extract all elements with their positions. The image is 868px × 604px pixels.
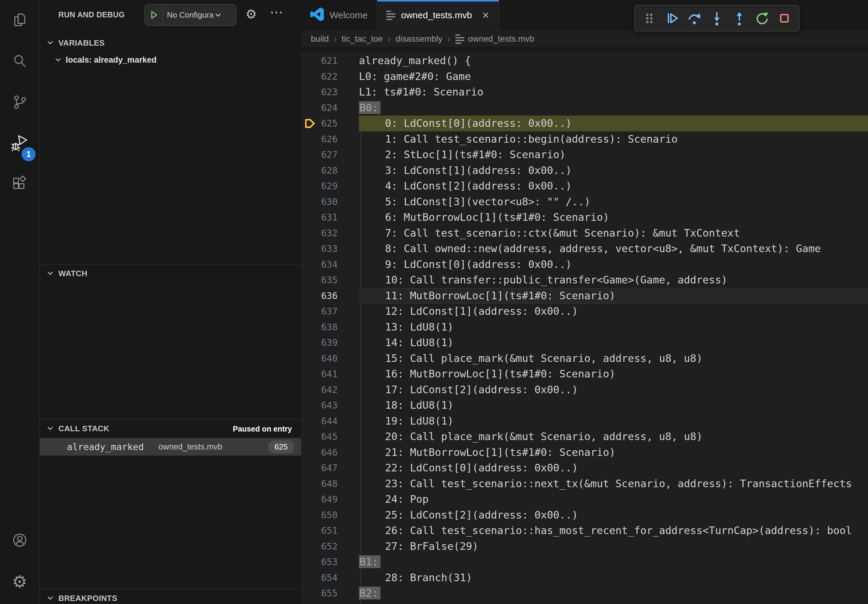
breadcrumb-item[interactable]: build [311,34,329,44]
code-text[interactable]: 8: Call owned::new(address, address, vec… [359,241,868,257]
editor-gutter[interactable]: 629 [301,178,359,194]
editor-gutter[interactable]: 646 [301,444,359,460]
code-text[interactable]: 0: LdConst[0](address: 0x00..) [359,116,868,132]
code-text[interactable]: 13: LdU8(1) [359,319,868,335]
code-line-638[interactable]: 63813: LdU8(1) [301,319,868,335]
code-text[interactable]: 9: LdConst[0](address: 0x00..) [359,257,868,273]
editor-gutter[interactable]: 649 [301,491,359,507]
editor-gutter[interactable]: 647 [301,460,359,476]
sidebar-item-source-control[interactable] [0,82,39,123]
code-text[interactable]: 10: Call transfer::public_transfer<Game>… [359,272,868,288]
code-line-632[interactable]: 6327: Call test_scenario::ctx(&mut Scena… [301,225,868,241]
code-text[interactable]: 15: Call place_mark(&mut Scenario, addre… [359,351,868,367]
more-actions-icon[interactable]: ⋯ [270,4,284,20]
account-button[interactable] [0,520,39,561]
step-over-button[interactable] [685,9,704,28]
editor-gutter[interactable]: 648 [301,476,359,492]
editor-gutter[interactable]: 639 [301,335,359,351]
editor-gutter[interactable]: 645 [301,429,359,444]
editor-gutter[interactable]: 630 [301,194,359,210]
code-line-654[interactable]: 65428: Branch(31) [301,570,868,586]
code-text[interactable]: B1: [359,554,868,570]
code-line-642[interactable]: 64217: LdConst[2](address: 0x00..) [301,382,868,398]
code-line-625[interactable]: 6250: LdConst[0](address: 0x00..) [301,116,868,132]
code-text[interactable]: 25: LdConst[2](address: 0x00..) [359,507,868,523]
code-line-630[interactable]: 6305: LdConst[3](vector<u8>: "" /..) [301,194,868,210]
tab-welcome[interactable]: Welcome [301,0,377,30]
code-line-633[interactable]: 6338: Call owned::new(address, address, … [301,241,868,257]
code-text[interactable]: 18: LdU8(1) [359,398,868,413]
sidebar-item-explorer[interactable] [0,0,39,41]
code-line-645[interactable]: 64520: Call place_mark(&mut Scenario, ad… [301,429,868,444]
code-text[interactable]: 28: Branch(31) [359,570,868,586]
editor-gutter[interactable]: 627 [301,147,359,163]
editor-gutter[interactable]: 635 [301,272,359,288]
breakpoints-header[interactable]: BREAKPOINTS [40,589,301,604]
editor-gutter[interactable]: 641 [301,366,359,382]
step-into-button[interactable] [707,9,727,28]
code-line-647[interactable]: 64722: LdConst[0](address: 0x00..) [301,460,868,476]
code-line-640[interactable]: 64015: Call place_mark(&mut Scenario, ad… [301,351,868,367]
editor-gutter[interactable]: 626 [301,132,359,147]
code-text[interactable]: 26: Call test_scenario::has_most_recent_… [359,523,868,539]
breadcrumb-item[interactable]: disassembly [396,34,443,44]
editor-gutter[interactable]: 628 [301,163,359,178]
code-text[interactable]: 24: Pop [359,491,868,507]
sidebar-item-search[interactable] [0,41,39,82]
code-text[interactable]: L0: game#2#0: Game [359,69,868,85]
code-line-637[interactable]: 63712: LdConst[1](address: 0x00..) [301,304,868,319]
code-text[interactable]: 11: MutBorrowLoc[1](ts#1#0: Scenario) [359,288,868,304]
editor-gutter[interactable]: 624 [301,100,359,116]
code-editor[interactable]: 621already_marked() {622L0: game#2#0: Ga… [301,48,868,604]
code-line-650[interactable]: 65025: LdConst[2](address: 0x00..) [301,507,868,523]
sidebar-item-extensions[interactable] [0,164,39,205]
close-icon[interactable] [482,11,490,19]
code-line-651[interactable]: 65126: Call test_scenario::has_most_rece… [301,523,868,539]
debug-config-dropdown[interactable]: No Configura [144,4,236,26]
editor-gutter[interactable]: 653 [301,554,359,570]
code-line-628[interactable]: 6283: LdConst[1](address: 0x00..) [301,163,868,178]
call-stack-frame[interactable]: already_marked owned_tests.mvb 625 [40,438,301,455]
code-text[interactable]: 21: MutBorrowLoc[1](ts#1#0: Scenario) [359,444,868,460]
variables-locals-row[interactable]: locals: already_marked [40,52,301,68]
code-text[interactable]: 5: LdConst[3](vector<u8>: "" /..) [359,194,868,210]
editor-gutter[interactable]: 652 [301,539,359,554]
start-debug-icon[interactable] [145,5,163,25]
editor-gutter[interactable]: 622 [301,69,359,85]
code-text[interactable]: 16: MutBorrowLoc[1](ts#1#0: Scenario) [359,366,868,382]
code-text[interactable]: B2: [359,585,868,601]
code-line-646[interactable]: 64621: MutBorrowLoc[1](ts#1#0: Scenario) [301,444,868,460]
code-line-629[interactable]: 6294: LdConst[2](address: 0x00..) [301,178,868,194]
code-line-634[interactable]: 6349: LdConst[0](address: 0x00..) [301,257,868,273]
code-text[interactable]: already_marked() { [359,53,868,69]
code-text[interactable]: 14: LdU8(1) [359,335,868,351]
code-text[interactable]: 19: LdU8(1) [359,413,868,429]
code-text[interactable]: L1: ts#1#0: Scenario [359,84,868,100]
editor-gutter[interactable]: 633 [301,241,359,257]
breadcrumb-item[interactable]: owned_tests.mvb [455,34,534,44]
code-line-652[interactable]: 65227: BrFalse(29) [301,539,868,554]
editor-gutter[interactable]: 644 [301,413,359,429]
editor-gutter[interactable]: 634 [301,257,359,273]
sidebar-item-run-and-debug[interactable]: 1 [0,123,39,164]
code-line-623[interactable]: 623L1: ts#1#0: Scenario [301,84,868,100]
editor-gutter[interactable]: 625 [301,116,359,132]
code-line-641[interactable]: 64116: MutBorrowLoc[1](ts#1#0: Scenario) [301,366,868,382]
code-text[interactable]: 7: Call test_scenario::ctx(&mut Scenario… [359,225,868,241]
editor-gutter[interactable]: 643 [301,398,359,413]
continue-button[interactable] [662,9,682,28]
editor-gutter[interactable]: 654 [301,570,359,586]
debug-settings-gear-icon[interactable]: ⚙ [245,7,257,22]
variables-header[interactable]: VARIABLES [40,34,301,52]
step-out-button[interactable] [730,9,749,28]
editor-gutter[interactable]: 651 [301,523,359,539]
code-text[interactable]: 6: MutBorrowLoc[1](ts#1#0: Scenario) [359,209,868,225]
editor-gutter[interactable]: 623 [301,84,359,100]
breadcrumb-item[interactable]: tic_tac_toe [341,34,383,44]
code-text[interactable]: B0: [359,100,868,116]
code-line-644[interactable]: 64419: LdU8(1) [301,413,868,429]
editor-gutter[interactable]: 650 [301,507,359,523]
code-text[interactable]: 12: LdConst[1](address: 0x00..) [359,304,868,319]
code-text[interactable]: 22: LdConst[0](address: 0x00..) [359,460,868,476]
editor-gutter[interactable]: 640 [301,351,359,367]
